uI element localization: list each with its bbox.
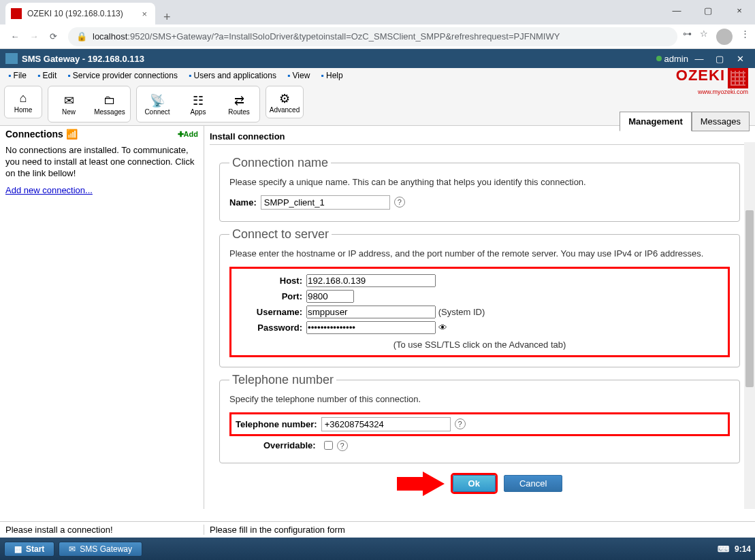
menu-bar: ▪ File ▪ Edit ▪ Service provider connect… [0,68,755,83]
eye-icon[interactable]: 👁 [438,323,447,333]
user-label[interactable]: admin [664,54,688,64]
help-icon[interactable]: ? [455,418,466,429]
menu-file[interactable]: ▪ File [3,71,32,80]
tel-label: Telephone number: [236,419,317,429]
scrollbar[interactable] [744,142,755,509]
key-icon[interactable]: ⊶ [683,29,692,45]
advanced-button[interactable]: ⚙Advanced [266,86,304,118]
url-host: localhost [93,31,127,42]
browser-menu-icon[interactable]: ⋮ [741,29,750,45]
taskbar-sms-gateway[interactable]: ✉SMS Gateway [59,542,142,557]
browser-tab-bar: OZEKI 10 (192.168.0.113) × + — ▢ × [0,0,755,24]
overridable-label: Overridable: [263,440,316,450]
overridable-checkbox[interactable] [324,441,333,450]
menu-view[interactable]: ▪ View [282,71,315,80]
logo-subtitle: www.myozeki.com [676,88,748,95]
apps-button[interactable]: ☷Apps [179,88,217,120]
back-button[interactable]: ← [5,27,25,46]
name-input[interactable] [261,195,390,210]
fieldset-server: Connect to server Please enter the hostn… [219,227,740,367]
home-button[interactable]: ⌂Home [4,86,42,118]
port-label: Port: [238,291,302,301]
password-input[interactable] [306,321,436,334]
app-maximize-button[interactable]: ▢ [710,52,729,65]
ok-button[interactable]: Ok [453,475,496,492]
antenna-icon: 📡 [150,93,165,108]
svg-marker-0 [397,472,445,496]
help-icon[interactable]: ? [337,440,348,451]
database-icon: ☷ [193,93,204,108]
keyboard-icon[interactable]: ⌨ [718,544,729,554]
username-label: Username: [238,307,302,317]
app-icon [5,53,18,64]
tab-close-icon[interactable]: × [139,9,150,19]
close-button[interactable]: × [724,0,755,20]
sidebar-title: Connections 📶 ✚Add [5,129,198,139]
port-input[interactable] [306,290,354,303]
new-tab-button[interactable]: + [155,10,179,24]
arrow-icon [397,472,445,496]
profile-icon[interactable] [716,29,733,45]
tab-title: OZEKI 10 (192.168.0.113) [27,9,139,18]
bookmark-icon[interactable]: ☆ [700,29,708,45]
fieldset-connection-name: Connection name Please specify a unique … [219,156,740,222]
menu-users[interactable]: ▪ Users and applications [183,71,282,80]
app-minimize-button[interactable]: — [690,52,709,65]
legend-tel: Telephone number [229,373,336,387]
menu-help[interactable]: ▪ Help [315,71,348,80]
password-label: Password: [238,323,302,333]
browser-tab[interactable]: OZEKI 10 (192.168.0.113) × [5,3,155,24]
minimize-button[interactable]: — [661,0,692,20]
sidebar: Connections 📶 ✚Add No connections are in… [0,126,204,509]
forward-button[interactable]: → [25,27,44,46]
tab-favicon [11,8,22,19]
username-input[interactable] [306,306,436,318]
taskbar-clock: ⌨9:14 [718,544,751,554]
conn-name-desc: Please specify a unique name. This can b… [229,177,730,188]
add-connection-link[interactable]: Add new connection... [5,185,93,195]
taskbar: ▦Start ✉SMS Gateway ⌨9:14 [0,538,755,560]
add-link[interactable]: ✚Add [178,130,198,139]
host-input[interactable] [306,274,436,287]
legend-server: Connect to server [229,227,332,242]
address-bar[interactable]: 🔒 localhost:9520/SMS+Gateway/?a=InstallS… [68,27,677,46]
status-right: Please fill in the configuration form [204,525,351,535]
connections-icon: 📶 [66,129,78,139]
ssl-hint: (To use SSL/TLS click on the Advanced ta… [238,340,721,350]
tel-input[interactable] [321,417,451,431]
logo-text: OZEKI [676,67,725,84]
connect-button[interactable]: 📡Connect [138,88,176,120]
window-controls: — ▢ × [661,0,755,20]
messages-button[interactable]: 🗀Messages [91,88,129,120]
app-title: SMS Gateway - 192.168.0.113 [22,54,144,64]
menu-edit[interactable]: ▪ Edit [32,71,62,80]
reload-button[interactable]: ⟳ [44,27,63,46]
status-bar: Please install a connection! Please fill… [0,521,755,538]
cancel-button[interactable]: Cancel [504,475,562,492]
logo-icon [728,68,748,88]
start-button[interactable]: ▦Start [4,542,54,557]
lock-icon: 🔒 [76,31,87,42]
browser-toolbar: ← → ⟳ 🔒 localhost:9520/SMS+Gateway/?a=In… [0,24,755,49]
maximize-button[interactable]: ▢ [692,0,724,20]
system-id-hint: (System ID) [438,307,485,317]
new-button[interactable]: ✉New [50,88,88,120]
name-label: Name: [229,197,257,208]
new-icon: ✉ [64,93,74,108]
sidebar-text: No connections are installed. To communi… [5,145,198,180]
server-desc: Please enter the hostname or IP address,… [229,248,730,260]
scroll-thumb[interactable] [745,210,754,387]
url-path: :9520/SMS+Gateway/?a=InstallSoloDriver&t… [127,31,560,42]
help-icon[interactable]: ? [394,197,405,208]
status-dot-icon [656,56,662,61]
status-left: Please install a connection! [0,525,204,535]
app-close-button[interactable]: ✕ [730,52,750,65]
sms-icon: ✉ [69,544,76,554]
host-label: Host: [238,276,302,286]
routes-button[interactable]: ⇄Routes [220,88,258,120]
fieldset-telephone: Telephone number Specify the telephone n… [219,373,740,463]
menu-spc[interactable]: ▪ Service provider connections [62,71,183,80]
legend-conn-name: Connection name [229,156,331,170]
folder-icon: 🗀 [103,93,116,108]
brand-logo: OZEKI www.myozeki.com [676,67,748,95]
